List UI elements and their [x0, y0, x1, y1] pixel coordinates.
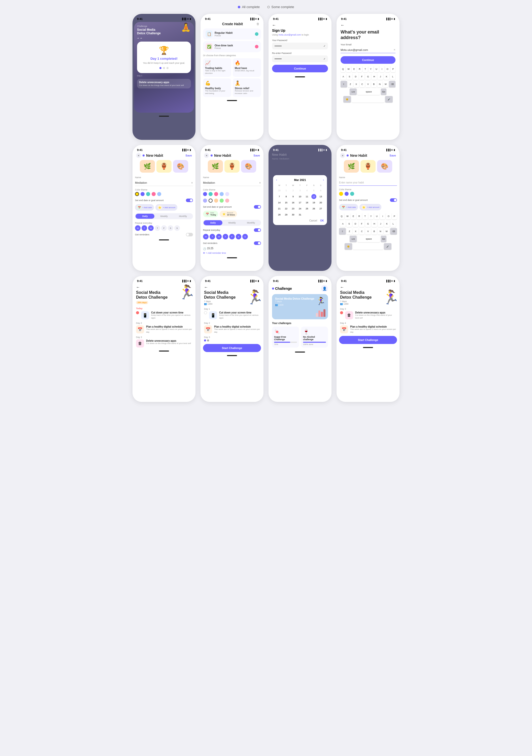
- color-yellow-8[interactable]: [339, 192, 343, 196]
- key8-p[interactable]: P: [392, 213, 397, 220]
- freq-weekly-5[interactable]: Weekly: [154, 214, 173, 219]
- close-btn-6[interactable]: ✕: [204, 153, 209, 158]
- key-y[interactable]: Y: [368, 66, 373, 72]
- color-pink-6[interactable]: [214, 192, 218, 196]
- repeat-toggle-switch-6[interactable]: [254, 228, 261, 232]
- cal-15[interactable]: 15: [284, 200, 289, 205]
- key-f[interactable]: F: [359, 73, 365, 80]
- key8-123[interactable]: 123: [350, 236, 357, 242]
- freq-monthly-6[interactable]: Monthly: [242, 220, 260, 225]
- toggle-5[interactable]: [186, 199, 193, 202]
- cal-28[interactable]: 28: [277, 188, 282, 193]
- color-purple[interactable]: [141, 192, 145, 196]
- key8-mic[interactable]: 🎤: [384, 243, 391, 250]
- key-j[interactable]: J: [378, 73, 383, 80]
- key-i[interactable]: I: [380, 66, 385, 72]
- thu-6[interactable]: T: [223, 234, 228, 239]
- key8-e[interactable]: E: [351, 213, 356, 220]
- key-mic[interactable]: 🎤: [385, 96, 393, 102]
- color-purple-6[interactable]: [203, 192, 207, 196]
- one-time-task-option[interactable]: ✅ One-time task Focus: [203, 41, 261, 52]
- key-x[interactable]: X: [354, 81, 359, 88]
- key-s[interactable]: S: [347, 73, 352, 80]
- key8-d[interactable]: D: [353, 221, 358, 227]
- reminder-switch-6[interactable]: [254, 241, 261, 245]
- key-c[interactable]: C: [360, 81, 365, 88]
- save-btn-8[interactable]: Save: [389, 154, 396, 157]
- cal-27[interactable]: 27: [318, 206, 323, 211]
- color-teal-8[interactable]: [350, 192, 354, 196]
- key8-m[interactable]: M: [384, 228, 389, 235]
- key-d[interactable]: D: [353, 73, 359, 80]
- key-g[interactable]: G: [365, 73, 371, 80]
- key-m[interactable]: M: [383, 81, 388, 88]
- key8-o[interactable]: O: [386, 213, 391, 220]
- key-go[interactable]: Go: [381, 89, 386, 95]
- cal-24[interactable]: 24: [298, 206, 303, 211]
- clear-name-5[interactable]: ✕: [191, 181, 193, 184]
- freq-monthly-5[interactable]: Monthly: [173, 214, 193, 219]
- cal-16[interactable]: 16: [291, 200, 296, 205]
- tue-5[interactable]: T: [142, 225, 147, 231]
- cal-29[interactable]: 29: [284, 212, 289, 217]
- key8-c[interactable]: C: [359, 228, 365, 235]
- key8-q[interactable]: Q: [339, 213, 344, 220]
- key8-k[interactable]: K: [384, 221, 390, 227]
- key-k[interactable]: K: [384, 73, 389, 80]
- cat-stress[interactable]: 🧘 Stress relief Release tension and incr…: [233, 78, 261, 97]
- cal-31[interactable]: 31: [298, 212, 303, 217]
- cal-11[interactable]: 11: [304, 194, 309, 199]
- sun-5[interactable]: S: [174, 225, 180, 231]
- cal-26[interactable]: 26: [311, 206, 316, 211]
- key-123[interactable]: 123: [350, 89, 357, 95]
- cal-14[interactable]: 14: [277, 200, 282, 205]
- cal-prev[interactable]: ‹: [276, 178, 277, 182]
- email-continue-btn[interactable]: Continue: [340, 56, 395, 64]
- key8-t[interactable]: T: [362, 213, 367, 220]
- save-btn-5[interactable]: Save: [185, 154, 192, 157]
- key8-y[interactable]: Y: [368, 213, 374, 220]
- start-challenge-btn-10[interactable]: Start Challenge: [203, 344, 261, 352]
- add-date-btn-6[interactable]: 📅 Date Today: [203, 211, 218, 217]
- add-date-btn-5[interactable]: 📅 + Add date: [135, 204, 154, 211]
- cal-21[interactable]: 21: [277, 206, 282, 211]
- cal-13[interactable]: 13: [318, 194, 323, 199]
- color-purple-8[interactable]: [345, 192, 349, 196]
- key-z[interactable]: Z: [348, 81, 353, 88]
- cal-17[interactable]: 17: [298, 200, 303, 205]
- add-reminder-btn-6[interactable]: ✚ + Add reminder time: [203, 252, 261, 254]
- cal-cancel-btn[interactable]: Cancel: [309, 219, 317, 222]
- clear-name-6[interactable]: ✕: [259, 181, 261, 184]
- wed-5[interactable]: W: [148, 225, 154, 231]
- key8-x[interactable]: X: [353, 228, 359, 235]
- cal-8[interactable]: 8: [284, 194, 289, 199]
- freq-weekly-6[interactable]: Weekly: [223, 220, 241, 225]
- cal-2b[interactable]: 2: [291, 188, 296, 193]
- key-h[interactable]: H: [372, 73, 377, 80]
- key-n[interactable]: N: [377, 81, 383, 88]
- sun-6[interactable]: S: [242, 234, 248, 239]
- trash-icon-2[interactable]: 🗑: [256, 22, 260, 26]
- password-input[interactable]: •••••••• ✓: [272, 42, 328, 49]
- cal-5b[interactable]: 5: [311, 188, 316, 193]
- key8-s[interactable]: S: [346, 221, 352, 227]
- color-lavender-6[interactable]: [203, 199, 207, 202]
- key8-space[interactable]: space: [358, 236, 380, 242]
- mon-5[interactable]: M: [135, 225, 141, 231]
- email-input[interactable]: Motu.uiux@gmail.com ✕: [340, 47, 395, 53]
- key8-f[interactable]: F: [359, 221, 364, 227]
- add-date-btn-8[interactable]: 📅 + Add date: [339, 204, 358, 210]
- key-space-2[interactable]: [352, 96, 385, 102]
- key8-go[interactable]: Go: [381, 236, 386, 242]
- cal-30[interactable]: 30: [291, 212, 296, 217]
- key8-delete[interactable]: ⌫: [390, 228, 397, 235]
- key-v[interactable]: V: [365, 81, 371, 88]
- wed-6[interactable]: W: [216, 234, 222, 239]
- cal-25[interactable]: 25: [304, 206, 309, 211]
- freq-daily-6[interactable]: Daily: [203, 220, 223, 225]
- key8-a[interactable]: A: [340, 221, 346, 227]
- cal-23[interactable]: 23: [291, 206, 296, 211]
- repassword-input[interactable]: •••••••• ✓: [272, 55, 328, 62]
- key8-n[interactable]: N: [378, 228, 383, 235]
- key8-space2[interactable]: [353, 243, 383, 250]
